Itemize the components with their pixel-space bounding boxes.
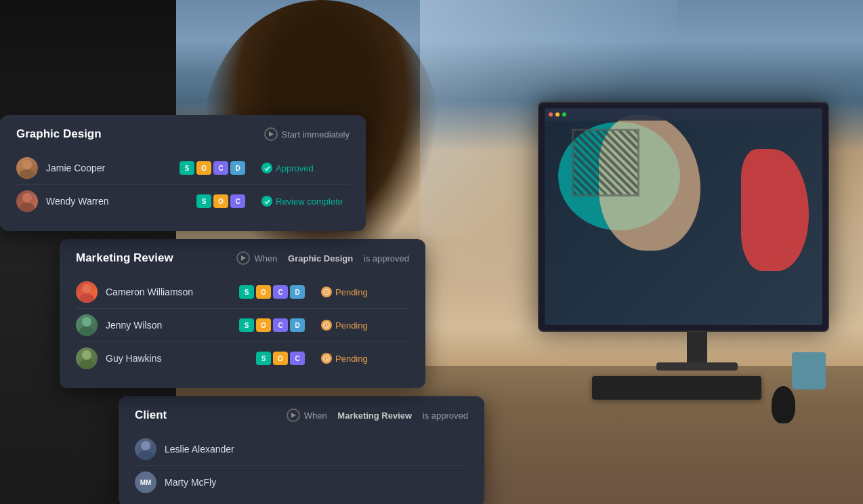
tag-jamie-c: C bbox=[213, 161, 228, 175]
status-text-cameron: Pending bbox=[335, 287, 368, 297]
tag-wendy-s: S bbox=[196, 194, 211, 208]
svg-point-7 bbox=[82, 317, 91, 327]
tag-jamie-s: S bbox=[180, 161, 194, 175]
trigger-suffix-mr: is approved bbox=[364, 253, 409, 264]
tag-guy-s: S bbox=[256, 352, 271, 365]
card-client-header: Client When Marketing Review is approved bbox=[135, 408, 468, 422]
svg-point-14 bbox=[138, 450, 153, 460]
trigger-suffix-cl: is approved bbox=[423, 411, 468, 421]
card-client-title: Client bbox=[135, 408, 167, 422]
name-guy: Guy Hawkins bbox=[106, 353, 248, 364]
trigger-bold-cl: Marketing Review bbox=[337, 411, 412, 421]
status-icon-guy bbox=[321, 353, 332, 364]
person-row-cameron: Cameron Williamson S O C D Pending bbox=[76, 276, 409, 309]
avatar-leslie bbox=[135, 438, 156, 460]
status-cameron: Pending bbox=[321, 287, 409, 297]
card-marketing-review-trigger: When Graphic Design is approved bbox=[236, 251, 409, 265]
play-icon-mr bbox=[236, 251, 250, 265]
tag-cameron-c: C bbox=[273, 285, 288, 299]
tags-guy: S O C bbox=[256, 352, 305, 365]
keyboard bbox=[592, 376, 761, 400]
status-icon-wendy bbox=[261, 196, 272, 207]
tag-guy-o: O bbox=[273, 352, 288, 365]
cards-container: Graphic Design Start immediately Jamie C… bbox=[0, 115, 484, 504]
tag-jenny-o: O bbox=[256, 318, 271, 332]
card-graphic-design: Graphic Design Start immediately Jamie C… bbox=[0, 115, 366, 231]
svg-point-11 bbox=[79, 360, 94, 369]
status-icon-jenny bbox=[321, 320, 332, 331]
tag-cameron-d: D bbox=[290, 285, 305, 299]
status-text-jenny: Pending bbox=[335, 320, 368, 331]
avatar-initials-marty: MM bbox=[140, 479, 152, 486]
tags-jamie: S O C D bbox=[180, 161, 245, 175]
name-leslie: Leslie Alexander bbox=[165, 444, 468, 455]
tags-cameron: S O C D bbox=[239, 285, 305, 299]
trigger-prefix-mr: When bbox=[254, 253, 277, 264]
status-wendy: Review complete bbox=[261, 196, 350, 207]
tags-jenny: S O C D bbox=[239, 318, 305, 332]
tag-cameron-o: O bbox=[256, 285, 271, 299]
svg-point-3 bbox=[20, 203, 35, 212]
status-jamie: Approved bbox=[261, 163, 350, 173]
name-cameron: Cameron Williamson bbox=[106, 287, 231, 297]
name-wendy: Wendy Warren bbox=[46, 196, 188, 207]
status-icon-cameron bbox=[321, 287, 332, 297]
avatar-jamie bbox=[16, 157, 38, 179]
svg-point-2 bbox=[22, 193, 32, 203]
tag-wendy-c: C bbox=[230, 194, 245, 208]
play-triangle-mr bbox=[241, 255, 246, 261]
tag-jamie-d: D bbox=[230, 161, 245, 175]
svg-point-13 bbox=[141, 441, 150, 450]
name-jenny: Jenny Wilson bbox=[106, 320, 231, 331]
tag-jenny-d: D bbox=[290, 318, 305, 332]
tag-jenny-c: C bbox=[273, 318, 288, 332]
svg-point-4 bbox=[82, 284, 91, 293]
play-icon-cl bbox=[287, 408, 300, 422]
monitor bbox=[538, 102, 829, 332]
tag-jamie-o: O bbox=[196, 161, 211, 175]
name-marty: Marty McFly bbox=[165, 477, 468, 488]
svg-point-10 bbox=[82, 350, 91, 360]
tag-jenny-s: S bbox=[239, 318, 254, 332]
tag-cameron-s: S bbox=[239, 285, 254, 299]
card-marketing-review-title: Marketing Review bbox=[76, 251, 173, 265]
person-row-wendy: Wendy Warren S O C Review complete bbox=[16, 185, 350, 217]
card-marketing-review-header: Marketing Review When Graphic Design is … bbox=[76, 251, 409, 265]
person-row-guy: Guy Hawkins S O C Pending bbox=[76, 342, 409, 375]
person-row-jenny: Jenny Wilson S O C D Pending bbox=[76, 309, 409, 342]
play-triangle-cl bbox=[291, 413, 296, 418]
trigger-bold-mr: Graphic Design bbox=[288, 253, 353, 264]
svg-point-1 bbox=[20, 169, 35, 179]
person-row-marty: MM Marty McFly bbox=[135, 466, 468, 499]
avatar-wendy bbox=[16, 190, 38, 212]
svg-point-5 bbox=[79, 293, 94, 303]
avatar-cameron bbox=[76, 281, 98, 303]
card-graphic-design-trigger: Start immediately bbox=[264, 127, 350, 141]
card-graphic-design-title: Graphic Design bbox=[16, 127, 102, 141]
tag-wendy-o: O bbox=[213, 194, 228, 208]
name-jamie: Jamie Cooper bbox=[46, 163, 171, 173]
card-client-trigger: When Marketing Review is approved bbox=[287, 408, 468, 422]
tag-guy-c: C bbox=[290, 352, 305, 365]
status-guy: Pending bbox=[321, 353, 409, 364]
play-triangle-gd bbox=[269, 131, 274, 137]
card-marketing-review: Marketing Review When Graphic Design is … bbox=[60, 239, 425, 388]
status-jenny: Pending bbox=[321, 320, 409, 331]
avatar-guy bbox=[76, 348, 98, 369]
trigger-label-gd: Start immediately bbox=[282, 129, 350, 140]
mouse bbox=[772, 386, 795, 423]
status-text-jamie: Approved bbox=[276, 163, 314, 173]
tags-wendy: S O C bbox=[196, 194, 245, 208]
person-row-leslie: Leslie Alexander bbox=[135, 433, 468, 466]
person-row-jamie: Jamie Cooper S O C D Approved bbox=[16, 152, 350, 185]
trigger-prefix-cl: When bbox=[304, 411, 327, 421]
status-text-guy: Pending bbox=[335, 354, 368, 364]
card-graphic-design-header: Graphic Design Start immediately bbox=[16, 127, 350, 141]
play-icon-gd bbox=[264, 127, 278, 141]
status-icon-jamie bbox=[261, 163, 272, 173]
svg-point-8 bbox=[79, 327, 94, 336]
card-client: Client When Marketing Review is approved… bbox=[119, 396, 484, 504]
svg-point-0 bbox=[22, 160, 32, 169]
mug bbox=[792, 352, 826, 390]
status-text-wendy: Review complete bbox=[276, 196, 343, 207]
